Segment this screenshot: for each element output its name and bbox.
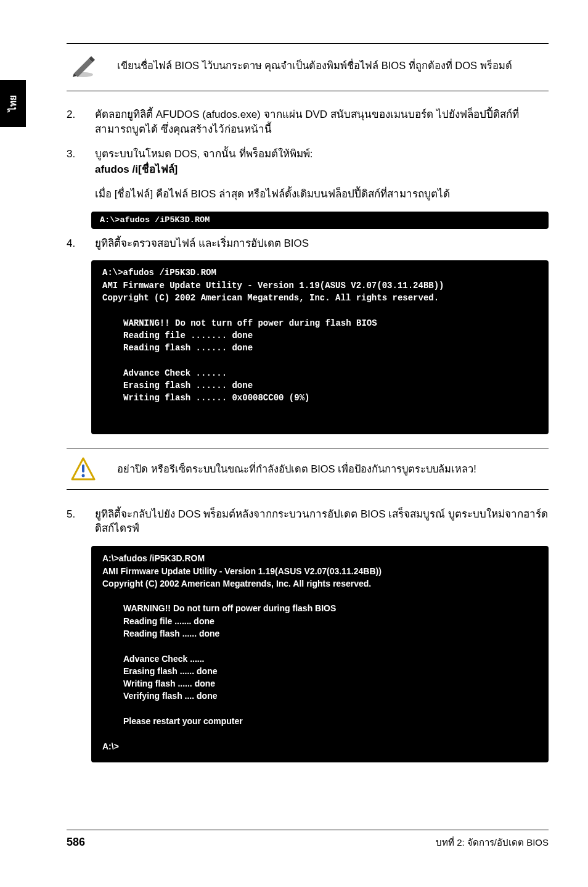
chapter-title: บทที่ 2: จัดการ/อัปเดต BIOS (436, 835, 549, 850)
terminal-output: A:\>afudos /iP5K3D.ROM AMI Firmware Upda… (91, 546, 549, 762)
step-number: 3. (67, 147, 79, 203)
side-tab-language: ไทย (0, 80, 26, 127)
step-text: เมื่อ [ชื่อไฟล์] คือไฟล์ BIOS ล่าสุด หรื… (95, 187, 549, 202)
page-number: 586 (67, 836, 85, 849)
alert-block: อย่าปิด หรือรีเซ็ตระบบในขณะที่กำลังอัปเด… (67, 457, 549, 482)
alert-text: อย่าปิด หรือรีเซ็ตระบบในขณะที่กำลังอัปเด… (117, 462, 549, 476)
note-text: เขียนชื่อไฟล์ BIOS ไว้บนกระดาษ คุณจำเป็น… (117, 59, 549, 72)
step-4: 4. ยูทิลิตี้จะตรวจสอบไฟล์ และเริ่มการอัป… (67, 236, 549, 252)
step-number: 5. (67, 507, 79, 538)
footer-rule (67, 830, 549, 830)
step-number: 2. (67, 107, 79, 138)
step-text: ยูทิลิตี้จะตรวจสอบไฟล์ และเริ่มการอัปเดต… (95, 236, 549, 251)
note-rule (67, 91, 549, 91)
step-text: บูตระบบในโหมด DOS, จากนั้น ที่พร็อมต์ให้… (95, 147, 549, 162)
step-text: คัดลอกยูทิลิตี้ AFUDOS (afudos.exe) จากแ… (95, 107, 549, 137)
step-number: 4. (67, 236, 79, 252)
alert-icon (67, 457, 100, 482)
alert-rule (67, 489, 549, 490)
svg-point-2 (82, 474, 85, 477)
page-footer: 586 บทที่ 2: จัดการ/อัปเดต BIOS (67, 823, 549, 850)
svg-rect-1 (82, 464, 84, 472)
command-text: afudos /i[ชื่อไฟล์] (95, 162, 549, 177)
terminal-output: A:\>afudos /iP5K3D.ROM AMI Firmware Upda… (91, 260, 549, 434)
step-2: 2. คัดลอกยูทิลิตี้ AFUDOS (afudos.exe) จ… (67, 107, 549, 138)
note-rule (67, 43, 549, 44)
step-5: 5. ยูทิลิตี้จะกลับไปยัง DOS พร็อมต์หลังจ… (67, 507, 549, 538)
alert-rule (67, 448, 549, 448)
pencil-icon (67, 52, 100, 78)
step-3: 3. บูตระบบในโหมด DOS, จากนั้น ที่พร็อมต์… (67, 147, 549, 203)
terminal-output: A:\>afudos /iP5K3D.ROM (91, 212, 549, 229)
note-block: เขียนชื่อไฟล์ BIOS ไว้บนกระดาษ คุณจำเป็น… (67, 52, 549, 86)
step-text: ยูทิลิตี้จะกลับไปยัง DOS พร็อมต์หลังจากก… (95, 507, 549, 537)
